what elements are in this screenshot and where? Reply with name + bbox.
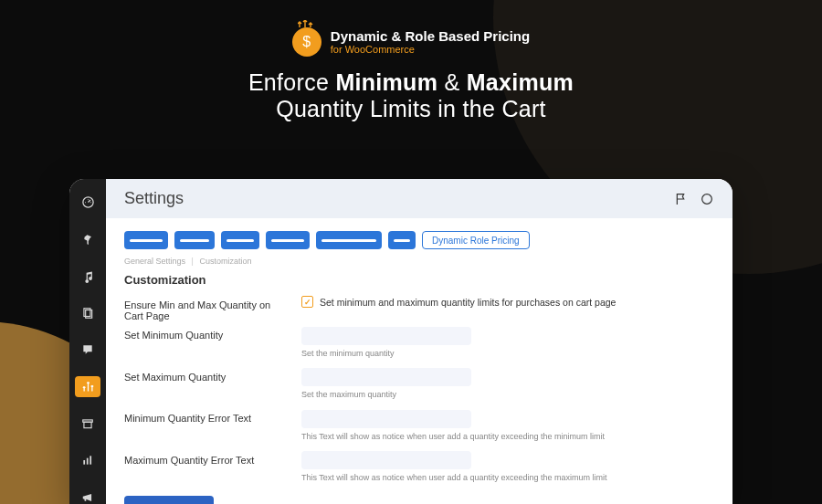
hero: $ Dynamic & Role Based Pricing for WooCo…	[0, 0, 822, 122]
breadcrumb-a[interactable]: General Settings	[124, 257, 185, 266]
input-max-err[interactable]	[301, 451, 471, 469]
sidebar-item-media[interactable]	[75, 266, 100, 286]
svg-rect-7	[90, 457, 91, 465]
sidebar-item-pin[interactable]	[75, 228, 100, 248]
sidebar-item-comments[interactable]	[75, 340, 100, 360]
app-panel: Settings Dynamic Role Pricing General Se…	[69, 179, 732, 504]
row-max-err: Maximum Quantity Error Text This Text wi…	[124, 451, 714, 488]
checkbox-ensure[interactable]: ✓	[301, 296, 313, 308]
tab-dynamic-role-pricing[interactable]: Dynamic Role Pricing	[422, 231, 530, 249]
section-title: Customization	[124, 273, 714, 287]
flag-icon[interactable]	[674, 192, 689, 206]
label-min-err: Minimum Quantity Error Text	[124, 409, 301, 446]
page-title: Settings	[124, 189, 184, 208]
svg-rect-5	[83, 460, 85, 465]
logo-text: Dynamic & Role Based Pricing for WooComm…	[331, 29, 530, 56]
tabs: Dynamic Role Pricing	[124, 231, 714, 249]
row-min: Set Minimum Quantity Set the minimum qua…	[124, 326, 714, 363]
sidebar-item-archive[interactable]	[75, 414, 100, 434]
input-min-err[interactable]	[301, 410, 471, 428]
input-min-quantity[interactable]	[301, 327, 471, 345]
breadcrumb: General Settings | Customization	[124, 257, 714, 266]
helper-min: Set the minimum quantity	[301, 349, 714, 358]
circle-icon[interactable]	[700, 192, 714, 206]
helper-max: Set the maximum quantity	[301, 390, 714, 399]
save-button[interactable]: Save Changes	[124, 496, 214, 504]
row-min-err: Minimum Quantity Error Text This Text wi…	[124, 409, 714, 446]
logo-subtitle: for WooCommerce	[331, 44, 530, 55]
row-max: Set Maximum Quantity Set the maximum qua…	[124, 368, 714, 405]
tab-4[interactable]	[266, 231, 310, 249]
tab-6[interactable]	[388, 231, 416, 249]
label-min: Set Minimum Quantity	[124, 326, 301, 363]
logo-title: Dynamic & Role Based Pricing	[331, 29, 530, 45]
sidebar-item-dashboard[interactable]	[75, 192, 100, 212]
page-header: Settings	[106, 179, 732, 218]
logo-row: $ Dynamic & Role Based Pricing for WooCo…	[0, 27, 822, 57]
label-max-err: Maximum Quantity Error Text	[124, 451, 301, 488]
headline: Enforce Minimum & Maximum Quantity Limit…	[0, 69, 822, 122]
content: Settings Dynamic Role Pricing General Se…	[106, 179, 732, 504]
svg-rect-4	[84, 422, 91, 427]
dollar-arrows-icon: $	[292, 27, 321, 57]
sidebar-item-analytics[interactable]	[75, 450, 100, 470]
checkbox-ensure-label: Set minimum and maximum quantity limits …	[320, 297, 616, 308]
sidebar-item-pricing[interactable]	[75, 376, 100, 396]
input-max-quantity[interactable]	[301, 368, 471, 386]
tab-2[interactable]	[174, 231, 215, 249]
tab-1[interactable]	[124, 231, 168, 249]
sidebar-item-pages[interactable]	[75, 302, 100, 322]
checkbox-ensure-row: ✓ Set minimum and maximum quantity limit…	[301, 296, 714, 308]
label-ensure: Ensure Min and Max Quantity on Cart Page	[124, 296, 301, 321]
header-icons	[674, 192, 714, 206]
breadcrumb-b[interactable]: Customization	[199, 257, 251, 266]
helper-max-err: This Text will show as notice when user …	[301, 473, 714, 482]
svg-point-8	[702, 194, 712, 204]
sidebar	[69, 179, 106, 504]
svg-rect-6	[87, 458, 89, 465]
row-ensure: Ensure Min and Max Quantity on Cart Page…	[124, 296, 714, 321]
breadcrumb-sep: |	[192, 257, 194, 266]
body: Dynamic Role Pricing General Settings | …	[106, 218, 732, 504]
label-max: Set Maximum Quantity	[124, 368, 301, 405]
sidebar-item-marketing[interactable]	[75, 488, 100, 505]
tab-3[interactable]	[221, 231, 259, 249]
tab-5[interactable]	[316, 231, 382, 249]
helper-min-err: This Text will show as notice when user …	[301, 432, 714, 441]
